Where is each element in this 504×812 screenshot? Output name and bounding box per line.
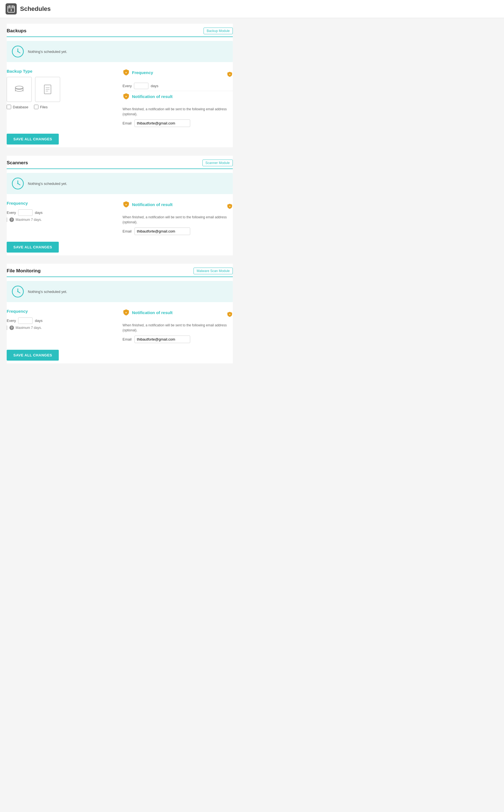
file-monitoring-frequency-suffix: days (35, 319, 42, 323)
backups-frequency-prefix: Every (123, 84, 132, 88)
file-monitoring-section-title: File Monitoring (7, 268, 41, 274)
backup-files-checkbox-label[interactable]: Files (34, 105, 48, 109)
svg-text:✦: ✦ (229, 313, 231, 316)
backups-email-row: Email (123, 119, 233, 127)
scanners-section-header: Scanners Scanner Module (7, 156, 233, 169)
file-monitoring-frequency-title-row: Frequency (7, 309, 117, 314)
scanners-left-col: Frequency Every days ? Maximum 7 days. (7, 201, 117, 235)
file-monitoring-nothing-scheduled-text: Nothing's scheduled yet. (28, 290, 67, 294)
file-monitoring-frequency-row: Every days (7, 317, 117, 324)
file-monitoring-left-col: Frequency Every days ? Maximum 7 days. (7, 309, 117, 343)
svg-text:✦: ✦ (125, 95, 127, 98)
svg-text:3: 3 (10, 8, 12, 12)
backups-frequency-suffix: days (151, 84, 158, 88)
backups-save-button[interactable]: SAVE ALL CHANGES (7, 134, 59, 145)
backups-section-header: Backups Backup Module (7, 24, 233, 37)
file-monitoring-max-note: ? Maximum 7 days. (7, 326, 117, 330)
scanners-max-note-text: Maximum 7 days. (16, 218, 42, 222)
scanners-frequency-label: Frequency (7, 201, 28, 206)
backups-frequency-input[interactable] (134, 83, 148, 89)
file-monitoring-max-note-text: Maximum 7 days. (16, 326, 42, 330)
backups-frequency-title-row: ✦ Frequency (123, 69, 153, 76)
scanners-notification-shield2-icon: ✦ (227, 203, 233, 209)
backups-frequency-shield2-icon: ✦ (227, 71, 233, 77)
backup-database-label: Database (13, 105, 28, 109)
file-monitoring-two-col: Frequency Every days ? Maximum 7 days. (7, 306, 233, 346)
backups-two-col: Backup Type (7, 66, 233, 130)
scanners-section-title: Scanners (7, 160, 28, 166)
backups-email-input[interactable] (134, 119, 190, 127)
file-monitoring-email-input[interactable] (134, 336, 190, 343)
backups-notification-desc: When finished, a notification will be se… (123, 107, 233, 117)
file-monitoring-clock-icon (12, 285, 24, 298)
scanners-notification-header: ✦ Notification of result ✦ (123, 201, 233, 212)
svg-text:✦: ✦ (125, 203, 127, 206)
backup-database-box[interactable] (7, 77, 32, 102)
file-monitoring-notification-shield2-icon: ✦ (227, 311, 233, 317)
backup-database-checkbox-label[interactable]: Database (7, 105, 28, 109)
scanners-email-row: Email (123, 228, 233, 235)
backups-email-label: Email (123, 121, 132, 125)
svg-point-9 (15, 86, 23, 89)
backup-database-checkbox[interactable] (7, 105, 11, 109)
backups-nothing-scheduled-text: Nothing's scheduled yet. (28, 50, 67, 54)
file-monitoring-question-icon: ? (9, 326, 14, 330)
scanners-email-label: Email (123, 229, 132, 233)
database-icon (14, 84, 25, 95)
svg-text:✦: ✦ (125, 311, 127, 314)
backup-type-label: Backup Type (7, 69, 117, 74)
backup-module-button[interactable]: Backup Module (204, 28, 233, 34)
file-monitoring-notification-shield-icon: ✦ (123, 309, 130, 316)
backups-right-col: ✦ Frequency ✦ Every days (123, 69, 233, 127)
scanners-frequency-prefix: Every (7, 211, 16, 215)
backups-divider (123, 91, 233, 91)
malware-scan-module-button[interactable]: Malware Scan Module (194, 268, 233, 274)
svg-text:✦: ✦ (229, 205, 231, 208)
backups-notification-title-row: ✦ Notification of result (123, 93, 173, 100)
backups-frequency-shield-icon: ✦ (123, 69, 130, 76)
backup-files-box[interactable] (35, 77, 60, 102)
scanners-section: Scanners Scanner Module Nothing's schedu… (7, 156, 233, 255)
files-icon (43, 84, 53, 95)
file-monitoring-frequency-label: Frequency (7, 309, 28, 314)
backups-notification-header: ✦ Notification of result (123, 93, 233, 104)
scanners-email-input[interactable] (134, 228, 190, 235)
page-header: 3 Schedules (0, 0, 504, 18)
backups-notification-shield-icon: ✦ (123, 93, 130, 100)
backup-type-options (7, 77, 117, 102)
scanners-right-col: ✦ Notification of result ✦ When finished… (123, 201, 233, 235)
scanners-frequency-input[interactable] (18, 209, 33, 216)
main-content: Backups Backup Module Nothing's schedule… (0, 18, 239, 377)
file-monitoring-frequency-input[interactable] (18, 317, 33, 324)
backups-frequency-row: Every days (123, 83, 233, 89)
backup-files-checkbox[interactable] (34, 105, 38, 109)
scanners-max-note: ? Maximum 7 days. (7, 217, 117, 222)
scanners-question-icon: ? (9, 217, 14, 222)
file-monitoring-section-header: File Monitoring Malware Scan Module (7, 264, 233, 277)
svg-text:✦: ✦ (229, 73, 231, 76)
scanners-frequency-suffix: days (35, 211, 42, 215)
file-monitoring-notification-header: ✦ Notification of result ✦ (123, 309, 233, 320)
svg-point-22 (17, 183, 18, 184)
file-monitoring-right-col: ✦ Notification of result ✦ When finished… (123, 309, 233, 343)
scanner-module-button[interactable]: Scanner Module (202, 160, 233, 166)
scanners-frequency-row: Every days (7, 209, 117, 216)
scanners-frequency-title-row: Frequency (7, 201, 117, 206)
file-monitoring-email-label: Email (123, 337, 132, 341)
backups-notification-label: Notification of result (132, 94, 173, 99)
backups-left-col: Backup Type (7, 69, 117, 127)
scanners-notification-shield-icon: ✦ (123, 201, 130, 208)
scanners-notification-title-row: ✦ Notification of result (123, 201, 173, 208)
backup-checkboxes: Database Files (7, 105, 117, 109)
scanners-save-button[interactable]: SAVE ALL CHANGES (7, 242, 59, 253)
page-title: Schedules (20, 5, 51, 13)
file-monitoring-save-button[interactable]: SAVE ALL CHANGES (7, 350, 59, 361)
file-monitoring-notification-title-row: ✦ Notification of result (123, 309, 173, 316)
backups-section: Backups Backup Module Nothing's schedule… (7, 24, 233, 147)
svg-point-8 (17, 51, 18, 52)
scanners-notification-desc: When finished, a notification will be se… (123, 215, 233, 225)
file-monitoring-notification-desc: When finished, a notification will be se… (123, 323, 233, 333)
backups-frequency-header: ✦ Frequency ✦ (123, 69, 233, 80)
backups-frequency-label: Frequency (132, 70, 153, 75)
file-monitoring-notification-label: Notification of result (132, 310, 173, 315)
